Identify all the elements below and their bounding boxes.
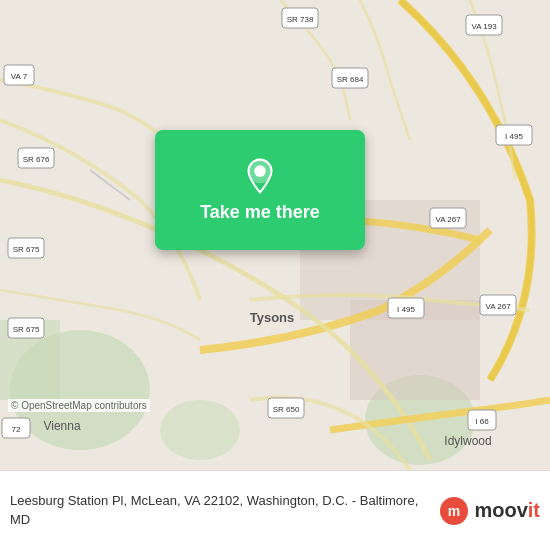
svg-text:VA 267: VA 267 [435,215,461,224]
svg-text:I 495: I 495 [505,132,523,141]
svg-point-42 [254,165,265,176]
svg-text:SR 676: SR 676 [23,155,50,164]
svg-text:m: m [448,503,460,519]
footer-address: Leesburg Station Pl, McLean, VA 22102, W… [10,492,438,528]
take-me-there-card[interactable]: Take me there [155,130,365,250]
svg-text:I 495: I 495 [397,305,415,314]
svg-text:SR 738: SR 738 [287,15,314,24]
footer: Leesburg Station Pl, McLean, VA 22102, W… [0,470,550,550]
svg-text:I 66: I 66 [475,417,489,426]
svg-point-4 [160,400,240,460]
moovit-accent: it [528,499,540,521]
moovit-logo: m moovit [438,495,540,527]
svg-text:VA 193: VA 193 [471,22,497,31]
svg-text:72: 72 [12,425,21,434]
svg-text:SR 650: SR 650 [273,405,300,414]
location-pin-icon [242,158,278,194]
take-me-there-label: Take me there [200,202,320,223]
svg-text:Tysons: Tysons [250,310,295,325]
map-container: SR 738 VA 193 VA 7 SR 676 SR 684 VA 267 … [0,0,550,470]
svg-text:SR 675: SR 675 [13,245,40,254]
osm-credit: © OpenStreetMap contributors [8,399,150,412]
svg-text:Idylwood: Idylwood [444,434,491,448]
svg-text:SR 684: SR 684 [337,75,364,84]
svg-text:Vienna: Vienna [43,419,80,433]
svg-text:SR 675: SR 675 [13,325,40,334]
svg-text:VA 7: VA 7 [11,72,28,81]
svg-text:VA 267: VA 267 [485,302,511,311]
moovit-text: moovit [474,499,540,522]
moovit-icon: m [438,495,470,527]
